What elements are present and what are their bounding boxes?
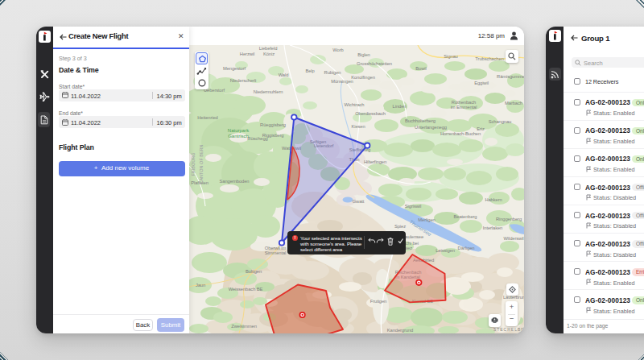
svg-text:Marbach: Marbach (505, 101, 522, 106)
svg-text:Spiez: Spiez (394, 224, 406, 229)
svg-text:Rüeggisberg: Rüeggisberg (260, 122, 286, 127)
svg-text:FRIBOURG: FRIBOURG (191, 152, 196, 176)
svg-text:Ringgenberg: Ringgenberg (496, 217, 522, 221)
svg-text:Buchholterberg: Buchholterberg (405, 118, 436, 123)
svg-text:Sigriswil: Sigriswil (405, 204, 421, 209)
svg-text:Simmental: Simmental (265, 250, 286, 255)
svg-text:Jaun: Jaun (196, 283, 205, 288)
svg-text:Zweisimmen: Zweisimmen (231, 324, 257, 329)
svg-text:Rämisgummen: Rämisgummen (497, 74, 524, 79)
svg-text:Gwatt: Gwatt (353, 199, 365, 204)
svg-text:Grosshöchstetten: Grosshöchstetten (357, 61, 392, 66)
svg-text:Münsingen: Münsingen (331, 79, 353, 84)
svg-text:Hilterfingen: Hilterfingen (364, 159, 386, 164)
svg-text:Därligen: Därligen (458, 246, 475, 250)
svg-text:Heitenried: Heitenried (197, 115, 217, 120)
svg-text:Wilderswil: Wilderswil (503, 236, 523, 241)
svg-text:Wichtrach: Wichtrach (345, 102, 365, 107)
svg-text:im Emmental: im Emmental (451, 105, 477, 110)
svg-text:Horrenbach-Buchen: Horrenbach-Buchen (440, 131, 481, 136)
svg-text:Beatenberg: Beatenberg (454, 214, 477, 219)
svg-text:Worb: Worb (332, 48, 343, 52)
svg-text:Rüschegg: Rüschegg (247, 136, 267, 141)
svg-text:Sangernboden: Sangernboden (220, 179, 250, 184)
svg-text:Köniz: Köniz (263, 52, 275, 56)
svg-text:Kandergrund: Kandergrund (387, 328, 413, 333)
svg-text:Leissigen: Leissigen (436, 248, 455, 253)
svg-text:CANTON OF BERN: CANTON OF BERN (199, 144, 204, 184)
svg-text:Gantrisch: Gantrisch (228, 134, 249, 139)
svg-text:Boltigen: Boltigen (246, 269, 262, 274)
svg-text:Niedermuhlern: Niedermuhlern (254, 89, 283, 94)
svg-text:Kiesen: Kiesen (351, 124, 365, 129)
svg-text:Liebefeld: Liebefeld (259, 46, 278, 51)
svg-text:Rubigen: Rubigen (324, 70, 341, 75)
svg-text:Oberdiessbach: Oberdiessbach (355, 111, 386, 116)
svg-text:Frutigen: Frutigen (370, 299, 386, 304)
svg-text:Konolfingen: Konolfingen (351, 75, 375, 80)
svg-text:Mengestorf: Mengestorf (223, 66, 246, 71)
svg-text:Belp: Belp (305, 68, 314, 73)
svg-text:Habkern: Habkern (485, 197, 502, 202)
svg-text:Unterlangenegg: Unterlangenegg (415, 125, 447, 130)
svg-text:Signau: Signau (444, 54, 457, 59)
svg-text:Eggiwil: Eggiwil (474, 81, 489, 85)
svg-text:Weissenbach BE: Weissenbach BE (229, 287, 263, 292)
svg-text:Bowil: Bowil (415, 66, 426, 71)
svg-text:Niederscherli: Niederscherli (230, 78, 257, 83)
svg-text:Biglen: Biglen (357, 52, 370, 57)
svg-text:STECHELBERG: STECHELBERG (493, 327, 524, 332)
svg-text:Linden: Linden (393, 104, 407, 109)
svg-text:Merligen: Merligen (418, 217, 435, 222)
svg-text:Naturpark: Naturpark (228, 128, 250, 133)
svg-text:Interlaken: Interlaken (483, 226, 502, 230)
svg-text:Trubschachen: Trubschachen (475, 56, 503, 61)
svg-text:Schangnau: Schangnau (489, 119, 511, 124)
svg-text:Herzwil: Herzwil (240, 52, 254, 56)
svg-text:Wald: Wald (279, 72, 289, 77)
